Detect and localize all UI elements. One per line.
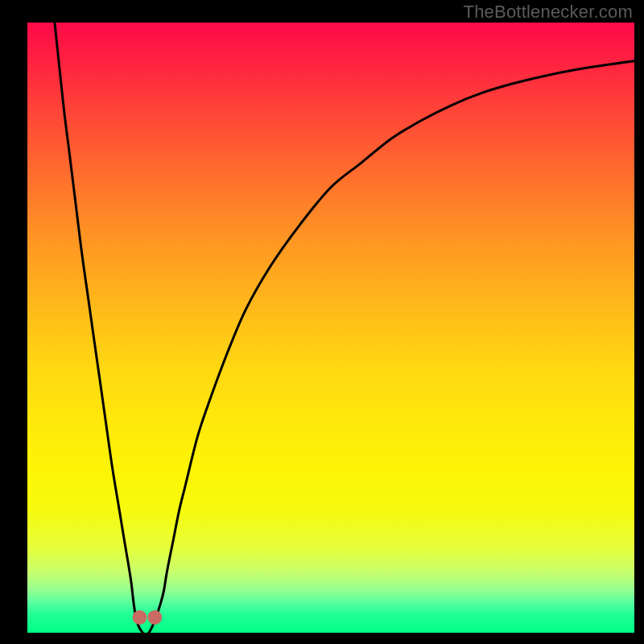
- bottleneck-curve: [55, 23, 634, 634]
- chart-svg: [0, 0, 644, 644]
- min-marker: [133, 610, 147, 625]
- chart-frame: TheBottlenecker.com: [0, 0, 644, 644]
- min-marker: [147, 610, 162, 625]
- min-markers: [133, 610, 163, 625]
